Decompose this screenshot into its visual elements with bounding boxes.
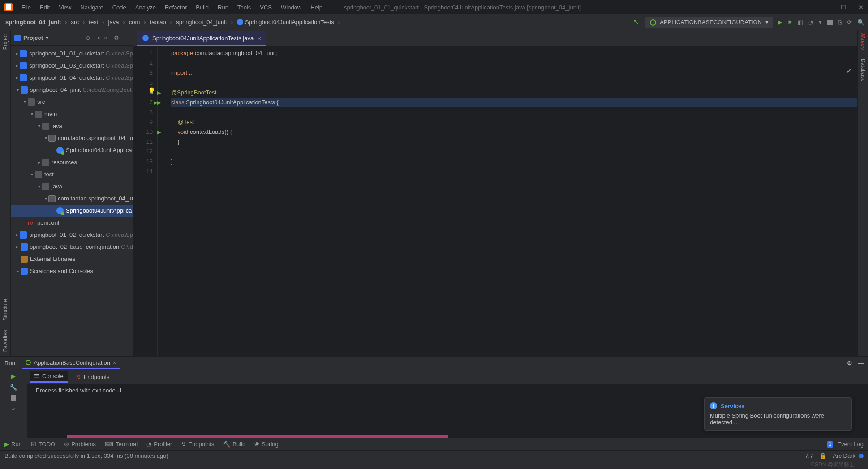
tool-run[interactable]: ▶Run	[4, 441, 22, 448]
run-config-tab[interactable]: ApplicationBaseConfiguration ×	[22, 358, 120, 369]
tree-item[interactable]: ▾springboot_04_junitC:\idea\SpringBoot	[11, 84, 133, 96]
breadcrumb-item[interactable]: com	[127, 18, 142, 26]
stop-icon[interactable]	[827, 20, 833, 25]
endpoints-tab[interactable]: ↯ Endpoints	[72, 372, 114, 382]
menu-build[interactable]: Build	[192, 3, 212, 12]
code-line[interactable]	[171, 107, 857, 117]
breadcrumb-item[interactable]: springboot_04_junit	[174, 18, 228, 26]
tool-terminal[interactable]: ⌨Terminal	[105, 441, 138, 448]
structure-tool-button[interactable]: Structure	[2, 299, 9, 321]
collapse-icon[interactable]: ⇤	[104, 34, 109, 41]
tree-chevron-icon[interactable]: ▾	[29, 172, 35, 177]
menu-refactor[interactable]: Refactor	[161, 3, 190, 12]
back-tool-icon[interactable]: ↖	[633, 17, 643, 27]
tree-item[interactable]: ▸Scratches and Consoles	[11, 265, 133, 277]
theme-label[interactable]: Arc Dark	[833, 452, 855, 459]
menu-help[interactable]: Help	[307, 3, 326, 12]
tree-item[interactable]: Springboot04JunitApplica	[11, 205, 133, 217]
minimize-icon[interactable]: —	[822, 4, 828, 11]
tree-item[interactable]: ▸springboot_01_04_quickstartC:\idea\Sp	[11, 72, 133, 84]
code-line[interactable]: }	[171, 157, 857, 166]
run-config-selector[interactable]: APPLICATIONBASECONFIGURATION ▾	[645, 17, 773, 28]
close-icon[interactable]: ✕	[859, 4, 864, 11]
tree-chevron-icon[interactable]: ▾	[36, 184, 42, 189]
breadcrumb-item[interactable]: test	[87, 18, 100, 26]
tree-item[interactable]: Springboot04JunitApplica	[11, 144, 133, 156]
favorites-tool-button[interactable]: Favorites	[2, 330, 9, 352]
update-icon[interactable]: ⟳	[847, 19, 852, 26]
maximize-icon[interactable]: ☐	[841, 4, 846, 11]
tree-item[interactable]: External Libraries	[11, 253, 133, 265]
tool-endpoints[interactable]: ↯Endpoints	[181, 441, 214, 448]
menu-edit[interactable]: Edit	[36, 3, 53, 12]
tool-build[interactable]: 🔨Build	[223, 441, 245, 448]
project-tree[interactable]: ▸springboot_01_01_quickstartC:\idea\Sp▸s…	[11, 46, 133, 356]
attach-icon[interactable]: ▾	[819, 19, 822, 26]
menu-tools[interactable]: Tools	[234, 3, 254, 12]
tool-profiler[interactable]: ◔Profiler	[146, 441, 172, 448]
code-line[interactable]	[171, 58, 857, 68]
code-line[interactable]: import ...	[171, 68, 857, 78]
breadcrumb-item[interactable]: src	[69, 18, 81, 26]
console-tab[interactable]: ☰ Console	[30, 371, 68, 383]
editor-tab[interactable]: Springboot04JunitApplicationTests.java ×	[137, 31, 266, 46]
database-tool-button[interactable]: Database	[860, 59, 866, 81]
run-icon[interactable]: ▶	[778, 19, 782, 26]
tree-item[interactable]: mpom.xml	[11, 217, 133, 229]
menu-analyze[interactable]: Analyze	[132, 3, 159, 12]
breadcrumb-item[interactable]: java	[107, 18, 121, 26]
tree-chevron-icon[interactable]: ▾	[21, 99, 28, 104]
status-indicator-icon[interactable]	[859, 454, 864, 458]
tree-item[interactable]: ▾com.taotao.springboot_04_ju	[11, 132, 133, 144]
menu-code[interactable]: Code	[109, 3, 130, 12]
menu-window[interactable]: Window	[277, 3, 305, 12]
profile-icon[interactable]: ◔	[808, 19, 813, 26]
tree-chevron-icon[interactable]: ▾	[29, 111, 35, 116]
code-line[interactable]: @SpringBootTest	[171, 88, 857, 98]
rerun-icon[interactable]: ▶	[11, 373, 16, 379]
settings-icon[interactable]: ⚙	[847, 360, 852, 367]
tree-item[interactable]: ▸srpingboot_01_02_quickstartC:\idea\Sp	[11, 229, 133, 241]
tree-chevron-icon[interactable]: ▸	[14, 269, 21, 273]
stop-icon[interactable]	[11, 395, 16, 401]
code-line[interactable]	[171, 78, 857, 88]
tree-chevron-icon[interactable]: ▸	[14, 232, 20, 237]
tree-item[interactable]: ▾test	[11, 168, 133, 180]
intention-bulb-icon[interactable]: 💡	[148, 86, 155, 93]
tree-item[interactable]: ▸resources	[11, 156, 133, 168]
tree-chevron-icon[interactable]: ▸	[14, 244, 21, 249]
horizontal-scrollbar[interactable]	[27, 435, 868, 438]
git-icon[interactable]: ⎘	[838, 19, 842, 26]
menu-vcs[interactable]: VCS	[256, 3, 275, 12]
tree-chevron-icon[interactable]: ▾	[36, 124, 42, 128]
breadcrumb-item[interactable]: Springboot04JunitApplicationTests	[235, 18, 336, 26]
tree-item[interactable]: ▾java	[11, 120, 133, 132]
debug-icon[interactable]: ✸	[787, 19, 792, 26]
close-tab-icon[interactable]: ×	[257, 34, 261, 42]
tool-spring[interactable]: ❀Spring	[254, 441, 279, 448]
search-icon[interactable]: 🔍	[857, 19, 864, 26]
inspection-ok-icon[interactable]: ✔	[846, 66, 852, 76]
tree-item[interactable]: ▾java	[11, 180, 133, 192]
tree-chevron-icon[interactable]: ▸	[14, 75, 20, 80]
menu-view[interactable]: View	[55, 3, 75, 12]
lock-icon[interactable]: 🔒	[819, 452, 826, 459]
settings-icon[interactable]: ⚙	[114, 34, 119, 41]
tree-item[interactable]: ▾src	[11, 96, 133, 108]
tool-problems[interactable]: ⊘Problems	[64, 441, 96, 448]
tree-item[interactable]: ▸springboot_01_03_quickstartC:\idea\Sp	[11, 60, 133, 72]
code-line[interactable]: void contextLoads() {	[171, 127, 857, 137]
notification-popup[interactable]: iServices Multiple Spring Boot run confi…	[704, 397, 852, 431]
caret-position[interactable]: 7:7	[805, 452, 813, 459]
tree-chevron-icon[interactable]: ▸	[14, 51, 20, 56]
tree-chevron-icon[interactable]: ▸	[36, 160, 42, 165]
hide-icon[interactable]: —	[124, 34, 129, 41]
tool-todo[interactable]: ☑TODO	[31, 441, 55, 448]
expand-icon[interactable]: ⇥	[95, 34, 100, 41]
hide-icon[interactable]: —	[858, 360, 864, 367]
code-line[interactable]	[171, 166, 857, 176]
chevron-down-icon[interactable]: ▾	[46, 34, 49, 41]
code-line[interactable]	[171, 147, 857, 157]
code-line[interactable]: @Test	[171, 117, 857, 127]
tree-item[interactable]: ▾com.taotao.springboot_04_ju	[11, 192, 133, 205]
